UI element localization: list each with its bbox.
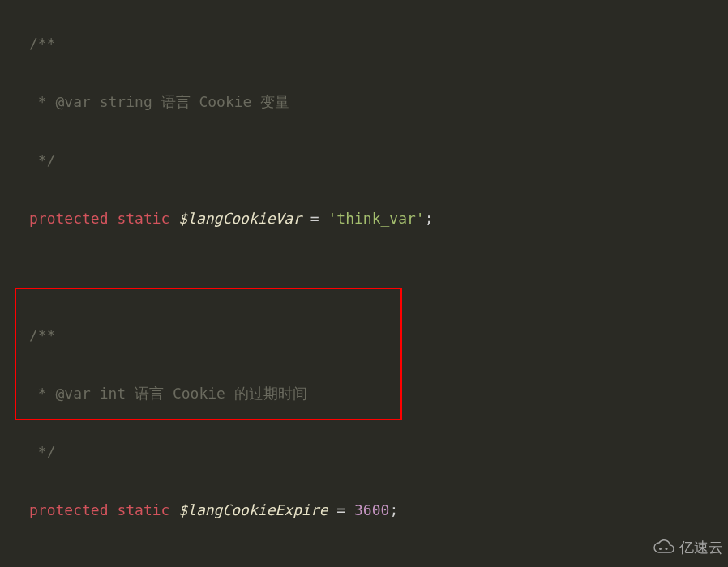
comment-line: * @var int 语言 Cookie 的过期时间 xyxy=(29,379,728,408)
comment-line: * @var string 语言 Cookie 变量 xyxy=(29,87,728,117)
doc-annotation: @var int xyxy=(56,385,126,402)
comment-prefix: * xyxy=(29,385,56,402)
blank-line xyxy=(29,554,728,567)
string-literal: 'think_var' xyxy=(328,210,425,227)
comment-prefix: * xyxy=(29,93,56,110)
comment-open: /** xyxy=(29,35,56,52)
keyword-static: static xyxy=(117,501,169,518)
comment-open: /** xyxy=(29,326,56,343)
comment-text: 语言 Cookie 变量 xyxy=(152,93,290,110)
comment-line: /** xyxy=(29,29,728,58)
code-line: protected static $langCookieExpire = 360… xyxy=(29,496,728,525)
code-line: protected static $langCookieVar = 'think… xyxy=(29,204,728,233)
keyword-static: static xyxy=(117,210,169,227)
comment-text: 语言 Cookie 的过期时间 xyxy=(126,385,307,402)
comment-close: */ xyxy=(29,151,56,168)
keyword-protected: protected xyxy=(29,501,109,518)
semicolon: ; xyxy=(389,501,398,518)
comment-line: /** xyxy=(29,321,728,350)
comment-close: */ xyxy=(29,443,56,460)
assign-op: = xyxy=(328,501,355,518)
doc-annotation: @var string xyxy=(56,93,152,110)
keyword-protected: protected xyxy=(29,210,109,227)
comment-line: */ xyxy=(29,437,728,467)
blank-line xyxy=(29,262,728,292)
number-literal: 3600 xyxy=(354,501,389,518)
assign-op: = xyxy=(302,210,328,227)
variable-name: $langCookieExpire xyxy=(178,501,328,518)
comment-line: */ xyxy=(29,146,728,175)
semicolon: ; xyxy=(425,210,434,227)
code-viewer: /** * @var string 语言 Cookie 变量 */ protec… xyxy=(0,0,728,567)
variable-name: $langCookieVar xyxy=(178,210,302,227)
